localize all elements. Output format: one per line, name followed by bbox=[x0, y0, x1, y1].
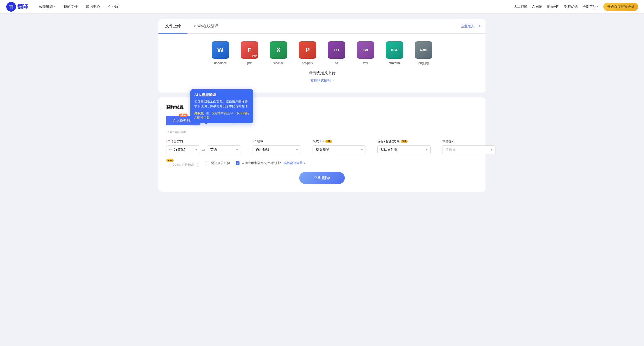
format-link[interactable]: 支持格式说明 > bbox=[310, 79, 334, 83]
chevron-down-icon: ▾ bbox=[361, 148, 363, 152]
nav-all-products[interactable]: 全部产品 ▾ bbox=[582, 4, 598, 9]
svg-text:百: 百 bbox=[9, 5, 13, 9]
file-type-image[interactable]: IMAGE png/jpg bbox=[415, 41, 432, 65]
pptx-label: ppt/pptx bbox=[302, 61, 313, 65]
chevron-down-icon: ▾ bbox=[54, 5, 56, 8]
navbar: 百 翻译 智能翻译 ▾ 我的文件 知识中心 企业版 人工翻译 AI同传 翻译AP… bbox=[0, 0, 644, 13]
upload-hint: 点击或拖拽上传 bbox=[308, 71, 336, 76]
enterprise-entry-link[interactable]: 企业版入口 > bbox=[461, 19, 486, 33]
file-type-pdf[interactable]: F PDF pdf bbox=[241, 41, 258, 65]
page-header-footer-checkbox[interactable] bbox=[205, 161, 209, 165]
chevron-down-icon: ▾ bbox=[236, 148, 238, 152]
nav-translate-api[interactable]: 翻译API bbox=[547, 4, 559, 9]
nav-right: 人工翻译 AI同传 翻译API 课程优选 全部产品 ▾ 开通百度翻译会员 bbox=[514, 3, 638, 11]
domain-label: * * 领域 bbox=[252, 139, 301, 144]
pptx-icon: P bbox=[299, 41, 316, 59]
tab-file-upload[interactable]: 文件上传 bbox=[158, 19, 188, 34]
pdf-icon: F PDF bbox=[241, 41, 258, 59]
main-content: 文件上传 arXiv在线翻译 企业版入口 > W doc/docx F PDF bbox=[153, 13, 491, 202]
save-vip-badge: VIP bbox=[401, 140, 408, 143]
term-group: 术语提示 请选择 ▾ bbox=[442, 139, 496, 154]
auto-apply-item[interactable]: 自动应用术语库/记忆库/质检 高级翻译设置 > bbox=[236, 161, 305, 165]
from-lang-select[interactable]: 中文(简体) ▾ bbox=[166, 146, 200, 154]
settings-row: * * 语言方向 中文(简体) ▾ ⇌ 英语 ▾ bbox=[166, 139, 478, 154]
docx-icon: W bbox=[212, 41, 229, 59]
image-label: png/jpg bbox=[418, 61, 429, 65]
tooltip-popup: AI大模型翻译 包含基础版全面功能，遵循用户翻译要求和说明，并参考知识库中的资料… bbox=[190, 89, 253, 123]
nav-enterprise[interactable]: 企业版 bbox=[105, 3, 122, 10]
xml-label: xml bbox=[363, 61, 368, 65]
nav-knowledge[interactable]: 知识中心 bbox=[83, 3, 103, 10]
doc-img-checkbox-item[interactable]: 文档内图片翻译 ? bbox=[166, 163, 199, 167]
nav-ai-interpret[interactable]: AI同传 bbox=[532, 4, 542, 9]
upload-card: 文件上传 arXiv在线翻译 企业版入口 > W doc/docx F PDF bbox=[158, 19, 486, 93]
settings-card: 翻译设置 AI大模型翻译 包含基础版全面功能，遵循用户翻译要求和说明，并参考知识… bbox=[158, 97, 486, 192]
advanced-setting-link[interactable]: 高级翻译设置 > bbox=[284, 161, 305, 165]
chevron-down-icon: ▾ bbox=[597, 5, 598, 8]
save-label: 保存到我的文件 VIP bbox=[378, 139, 430, 144]
ai-cost-note: 消耗AI翻译字数 bbox=[167, 130, 478, 134]
auto-apply-checkbox[interactable] bbox=[236, 161, 240, 165]
chevron-down-icon: ▾ bbox=[196, 148, 197, 152]
vip-button[interactable]: 开通百度翻译会员 bbox=[603, 3, 638, 11]
xml-icon: XML bbox=[357, 41, 374, 59]
lang-select-row: 中文(简体) ▾ ⇌ 英语 ▾ bbox=[166, 146, 241, 154]
nav-human-translate[interactable]: 人工翻译 bbox=[514, 4, 528, 9]
doc-img-checkbox[interactable] bbox=[166, 163, 170, 167]
doc-img-help-icon[interactable]: ? bbox=[196, 163, 199, 167]
mode-help-icon[interactable]: ? bbox=[320, 140, 324, 143]
txt-icon: TXT bbox=[328, 41, 345, 59]
advanced-help-icon: ? bbox=[206, 112, 210, 116]
html-label: htm/html bbox=[388, 61, 401, 65]
doc-img-vip-badge: ♦VIP bbox=[166, 159, 174, 162]
nav-links: 智能翻译 ▾ 我的文件 知识中心 企业版 bbox=[36, 3, 514, 10]
chevron-down-icon: ▾ bbox=[296, 148, 298, 152]
tab-arxiv[interactable]: arXiv在线翻译 bbox=[188, 19, 225, 34]
translate-button[interactable]: 立即翻译 bbox=[299, 172, 345, 184]
logo[interactable]: 百 翻译 bbox=[6, 1, 28, 12]
lang-direction-group: * * 语言方向 中文(简体) ▾ ⇌ 英语 ▾ bbox=[166, 139, 241, 154]
mode-setting-label: 模式 ? VIP bbox=[312, 139, 366, 144]
file-type-pptx[interactable]: P ppt/pptx bbox=[299, 41, 316, 65]
xlsx-icon: X bbox=[270, 41, 287, 59]
upload-tabs: 文件上传 arXiv在线翻译 企业版入口 > bbox=[158, 19, 486, 34]
to-lang-select[interactable]: 英语 ▾ bbox=[207, 146, 241, 154]
xlsx-label: xls/xlsx bbox=[273, 61, 284, 65]
file-type-html[interactable]: HTML htm/html bbox=[386, 41, 403, 65]
tooltip-advanced: 高级版 ? 仅支持中英互译，双倍消耗AI翻译字数 bbox=[194, 111, 250, 120]
domain-group: * * 领域 通用领域 ▾ bbox=[252, 139, 301, 154]
nav-smart-translate[interactable]: 智能翻译 ▾ bbox=[36, 3, 58, 10]
lang-label: * * 语言方向 bbox=[166, 139, 241, 144]
term-select[interactable]: 请选择 ▾ bbox=[442, 146, 496, 154]
tooltip-title: AI大模型翻译 bbox=[194, 93, 250, 97]
new-badge: NEW bbox=[179, 114, 188, 117]
chevron-down-icon: ▾ bbox=[426, 148, 428, 152]
mode-row: AI大模型翻译 包含基础版全面功能，遵循用户翻译要求和说明，并参考知识库中的资料… bbox=[166, 116, 478, 125]
domain-select[interactable]: 通用领域 ▾ bbox=[252, 146, 301, 154]
html-icon: HTML bbox=[386, 41, 403, 59]
nav-my-files[interactable]: 我的文件 bbox=[60, 3, 81, 10]
file-type-xlsx[interactable]: X xls/xlsx bbox=[270, 41, 287, 65]
pdf-label: pdf bbox=[247, 61, 252, 65]
checkbox-row: ♦VIP 文档内图片翻译 ? 翻译页眉页脚 自动应用术语库/记忆库/质检 高级翻… bbox=[166, 159, 478, 167]
translate-btn-wrap: 立即翻译 bbox=[166, 172, 478, 184]
file-type-txt[interactable]: TXT txt bbox=[328, 41, 345, 65]
term-label: 术语提示 bbox=[442, 139, 496, 144]
nav-courses[interactable]: 课程优选 bbox=[564, 4, 578, 9]
chevron-down-icon: ▾ bbox=[491, 148, 492, 152]
save-group: 保存到我的文件 VIP 默认文件夹 ▾ bbox=[378, 139, 430, 154]
vip-badge: VIP bbox=[325, 140, 332, 143]
file-icons-row: W doc/docx F PDF pdf X xl bbox=[212, 41, 432, 65]
upload-area[interactable]: W doc/docx F PDF pdf X xl bbox=[158, 34, 486, 93]
file-type-xml[interactable]: XML xml bbox=[357, 41, 374, 65]
docx-label: doc/docx bbox=[214, 61, 227, 65]
save-select[interactable]: 默认文件夹 ▾ bbox=[378, 146, 430, 154]
page-header-footer-item[interactable]: 翻译页眉页脚 bbox=[205, 161, 230, 165]
mode-select[interactable]: 整页预览 ▾ bbox=[312, 146, 366, 154]
mode-group: 模式 ? VIP 整页预览 ▾ bbox=[312, 139, 366, 154]
file-type-docx[interactable]: W doc/docx bbox=[212, 41, 229, 65]
doc-img-group: ♦VIP 文档内图片翻译 ? bbox=[166, 159, 199, 167]
swap-icon[interactable]: ⇌ bbox=[202, 148, 205, 152]
tooltip-desc: 包含基础版全面功能，遵循用户翻译要求和说明，并参考知识库中的资料翻译 bbox=[194, 99, 250, 109]
txt-label: txt bbox=[335, 61, 338, 65]
